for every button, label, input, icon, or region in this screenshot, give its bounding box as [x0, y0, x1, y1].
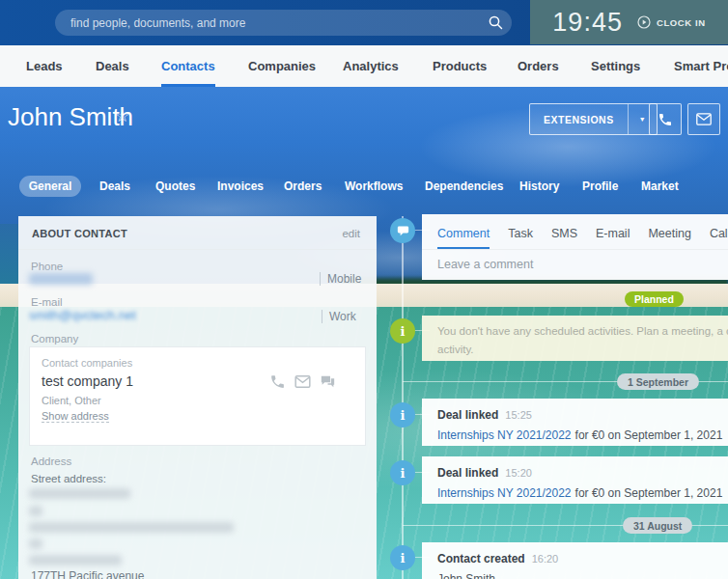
address-line-redacted [29, 488, 130, 499]
event-text: for €0 on September 1, 2021 [575, 486, 723, 500]
call-button[interactable] [649, 103, 682, 135]
main-navbar: Leads Deals Contacts Companies Analytics… [0, 45, 728, 87]
tab-general[interactable]: General [19, 176, 81, 197]
deal-link[interactable]: Internships NY 2021/2022 [437, 428, 572, 442]
show-address-link[interactable]: Show address [42, 410, 109, 423]
address-line-redacted [29, 555, 122, 565]
comment-input[interactable]: Leave a comment [422, 250, 728, 279]
play-icon [637, 15, 651, 29]
event-title: Deal linked [437, 466, 498, 480]
street-address-line: 177TH Pacific avenue [31, 569, 144, 579]
comment-event-icon [390, 218, 415, 243]
about-contact-title: ABOUT CONTACT [32, 228, 127, 239]
company-phone-icon[interactable] [269, 373, 286, 390]
search-icon[interactable] [488, 14, 504, 31]
timeline-tabs: Comment Task SMS E-mail Meeting Call Vis… [422, 214, 728, 250]
info-event-icon: i [390, 545, 415, 570]
email-type: Work [329, 310, 356, 323]
timeline-event-contact-created: Contact created 16:20 John Smith [422, 542, 728, 579]
nav-item-smart-process[interactable]: Smart Proc [674, 45, 728, 87]
timeline-event-deal-linked: Deal linked 15:20 Internships NY 2021/20… [422, 456, 728, 504]
info-event-icon: i [390, 318, 415, 344]
date-badge: 31 August [623, 517, 692, 534]
notice-text: activity. [437, 341, 728, 359]
tab-history[interactable]: History [519, 179, 559, 193]
address-label: Address [31, 455, 71, 467]
email-label: E-mail [31, 296, 63, 308]
clock-in-label: CLOCK IN [657, 17, 706, 28]
contact-companies-label: Contact companies [42, 357, 132, 369]
tab-invoices[interactable]: Invoices [217, 179, 264, 193]
street-address-label: Street address: [31, 473, 106, 484]
notice-text: You don't have any scheduled activities.… [437, 322, 728, 341]
tab-profile[interactable]: Profile [582, 179, 618, 193]
timeline-compose-card: Comment Task SMS E-mail Meeting Call Vis… [422, 214, 728, 280]
work-time-widget[interactable]: 19:45 CLOCK IN [530, 0, 728, 44]
favorite-star-icon[interactable]: ☆ [115, 106, 129, 126]
deal-link[interactable]: Internships NY 2021/2022 [437, 486, 572, 500]
divider [18, 249, 377, 250]
extensions-button[interactable]: EXTENSIONS [530, 104, 628, 134]
company-chat-icon[interactable] [320, 374, 336, 389]
email-value-blurred[interactable]: smith@qvctech.net [29, 308, 136, 322]
crm-contact-page: 19:45 CLOCK IN Leads Deals Contacts Comp… [0, 0, 728, 579]
no-activities-notice: You don't have any scheduled activities.… [422, 316, 728, 361]
timeline-tab-task[interactable]: Task [508, 227, 533, 249]
timeline-tab-comment[interactable]: Comment [437, 227, 490, 249]
address-line-redacted [29, 506, 42, 516]
nav-item-orders[interactable]: Orders [518, 45, 559, 87]
extensions-button-group: EXTENSIONS ▼ [529, 103, 658, 135]
tab-orders[interactable]: Orders [284, 179, 322, 193]
divider [320, 272, 321, 286]
nav-item-settings[interactable]: Settings [591, 45, 640, 87]
planned-badge: Planned [625, 291, 684, 307]
tab-market[interactable]: Market [641, 179, 679, 193]
address-line-redacted [29, 538, 42, 549]
event-title: Contact created [437, 552, 525, 565]
date-badge: 1 September [617, 373, 699, 390]
phone-icon [658, 112, 673, 127]
tab-quotes[interactable]: Quotes [155, 179, 195, 193]
search-input[interactable] [55, 10, 512, 36]
edit-link[interactable]: edit [342, 228, 360, 239]
tab-deals[interactable]: Deals [99, 179, 130, 193]
timeline-tab-meeting[interactable]: Meeting [648, 227, 690, 249]
event-time: 16:20 [532, 553, 559, 565]
company-envelope-icon[interactable] [294, 375, 311, 388]
phone-type: Mobile [327, 272, 361, 286]
info-event-icon: i [390, 402, 415, 427]
envelope-icon [696, 113, 712, 125]
about-contact-panel: ABOUT CONTACT edit Phone Mobile E-mail s… [18, 216, 377, 579]
company-categories: Client, Other [42, 395, 101, 406]
nav-item-deals[interactable]: Deals [96, 45, 129, 87]
phone-value-redacted[interactable] [29, 273, 93, 285]
timeline-event-deal-linked: Deal linked 15:25 Internships NY 2021/20… [422, 399, 728, 446]
email-button[interactable] [687, 103, 720, 135]
nav-item-analytics[interactable]: Analytics [343, 45, 399, 87]
event-time: 15:25 [505, 409, 532, 421]
nav-item-companies[interactable]: Companies [248, 45, 316, 87]
nav-item-products[interactable]: Products [433, 45, 487, 87]
clock-time: 19:45 [552, 8, 623, 38]
company-card: Contact companies test company 1 Client,… [29, 346, 366, 446]
clock-in-button[interactable]: CLOCK IN [637, 15, 706, 29]
event-text: for €0 on September 1, 2021 [575, 428, 723, 442]
event-title: Deal linked [437, 408, 498, 422]
speech-bubble-icon [397, 225, 409, 236]
event-text: John Smith [437, 572, 495, 579]
timeline-tab-email[interactable]: E-mail [596, 227, 630, 249]
info-event-icon: i [390, 460, 415, 485]
timeline-tab-call[interactable]: Call [710, 227, 728, 249]
event-time: 15:20 [505, 467, 532, 479]
company-label: Company [31, 333, 78, 345]
company-name[interactable]: test company 1 [42, 373, 133, 389]
timeline-tab-sms[interactable]: SMS [551, 227, 577, 249]
address-line-redacted [29, 522, 234, 533]
tab-workflows[interactable]: Workflows [345, 179, 403, 193]
phone-label: Phone [31, 261, 63, 272]
divider [322, 310, 322, 323]
nav-item-contacts[interactable]: Contacts [161, 45, 215, 87]
nav-item-leads[interactable]: Leads [26, 45, 63, 87]
tab-dependencies[interactable]: Dependencies [425, 179, 503, 193]
